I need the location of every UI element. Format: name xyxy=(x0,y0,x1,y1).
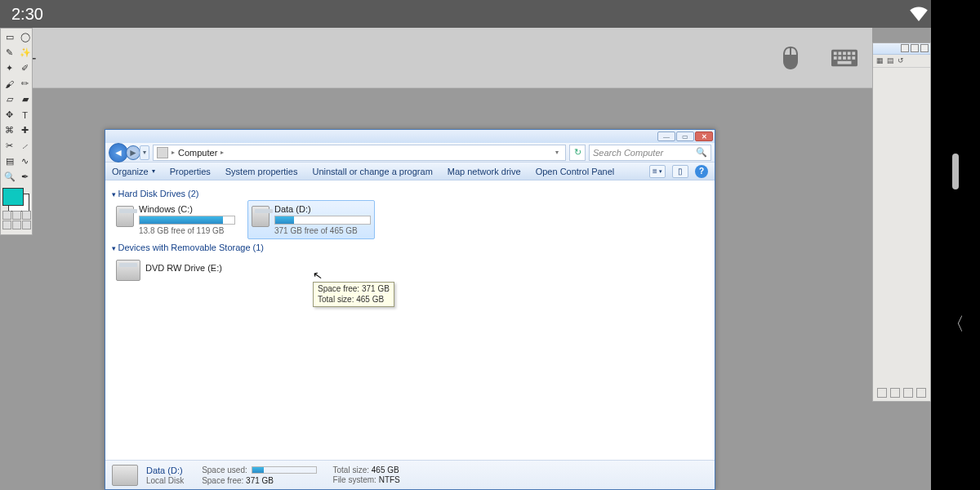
nav-back-icon[interactable]: 〈 xyxy=(947,312,964,336)
drive-label: Windows (C:) xyxy=(139,204,235,214)
dvd-drive-icon xyxy=(116,260,140,281)
organize-menu[interactable]: Organize xyxy=(112,167,149,176)
tool-text-icon[interactable]: T xyxy=(18,108,32,122)
dock-tab-icon[interactable]: ▤ xyxy=(887,56,894,65)
toolbox-footer xyxy=(2,211,32,229)
computer-icon xyxy=(157,147,168,158)
svg-rect-12 xyxy=(852,56,855,60)
status-space-free: 371 GB xyxy=(246,476,274,485)
status-space-free-label: Space free: xyxy=(202,476,243,485)
preview-pane-button[interactable]: ▯ xyxy=(672,165,688,178)
tool-wand-icon[interactable]: ✨ xyxy=(18,46,32,60)
command-bar: Organize▾ Properties System properties U… xyxy=(105,163,715,180)
tool-ellipse-select-icon[interactable]: ◯ xyxy=(18,30,32,44)
dock-tab-icon[interactable]: ↺ xyxy=(898,56,904,65)
status-usage-bar xyxy=(252,466,317,474)
tool-gradient-icon[interactable]: ▤ xyxy=(2,154,16,168)
breadcrumb-separator: ▸ xyxy=(172,149,175,156)
svg-rect-4 xyxy=(838,51,841,55)
tool-eyedrop-icon[interactable]: ✐ xyxy=(18,61,32,75)
svg-rect-6 xyxy=(848,51,851,55)
minimize-button[interactable]: — xyxy=(657,131,675,141)
nav-buttons: ◄ ► ▾ xyxy=(109,143,149,163)
dock-tab-icon[interactable]: ▦ xyxy=(876,56,884,65)
search-placeholder: Search Computer xyxy=(593,148,663,158)
group-hard-disk-drives[interactable]: Hard Disk Drives (2) xyxy=(112,185,708,200)
drive-label: DVD RW Drive (E:) xyxy=(145,263,235,273)
tool-heal-icon[interactable]: ✚ xyxy=(18,123,32,137)
tool-pencil-icon[interactable]: ✏ xyxy=(18,77,32,91)
android-status-bar: 2:30 xyxy=(0,0,980,28)
window-titlebar[interactable]: — ▭ ✕ xyxy=(105,130,715,143)
breadcrumb-dropdown[interactable]: ▾ xyxy=(552,149,562,156)
tool-crop-icon[interactable]: ✂ xyxy=(2,139,16,153)
svg-rect-10 xyxy=(843,56,846,60)
svg-rect-3 xyxy=(834,51,837,55)
svg-rect-8 xyxy=(834,56,837,60)
mouse-icon[interactable] xyxy=(777,47,804,69)
tool-ink-icon[interactable]: ✒ xyxy=(18,170,32,184)
tool-smudge-icon[interactable]: ∿ xyxy=(18,154,32,168)
drive-label: Data (D:) xyxy=(274,204,371,214)
hard-drive-icon xyxy=(116,206,134,227)
app-toolbar: ← xyxy=(0,28,872,88)
tool-bucket-icon[interactable]: ▰ xyxy=(18,92,32,106)
nav-handle[interactable] xyxy=(952,154,959,189)
search-input[interactable]: Search Computer 🔍 xyxy=(589,145,711,161)
drive-e[interactable]: DVD RW Drive (E:) xyxy=(112,254,239,285)
status-drive-type: Local Disk xyxy=(146,476,184,485)
gimp-toolbox: ▭ ◯ ✎ ✨ ✦ ✐ 🖌 ✏ ▱ ▰ ✥ T ⌘ ✚ ✂ ⟋ ▤ ∿ 🔍 ✒ xyxy=(0,28,33,235)
map-network-drive-button[interactable]: Map network drive xyxy=(448,167,521,176)
status-clock: 2:30 xyxy=(11,5,43,24)
properties-button[interactable]: Properties xyxy=(170,167,211,176)
status-total-size-label: Total size: xyxy=(333,466,369,474)
svg-rect-13 xyxy=(838,60,852,64)
open-control-panel-button[interactable]: Open Control Panel xyxy=(536,167,615,176)
wifi-icon xyxy=(910,7,928,21)
drive-space-text: 371 GB free of 465 GB xyxy=(274,226,371,235)
tool-lasso-icon[interactable]: ✎ xyxy=(2,46,16,60)
svg-rect-7 xyxy=(852,51,855,55)
breadcrumb-item[interactable]: Computer xyxy=(178,148,217,158)
tool-zoom-icon[interactable]: 🔍 xyxy=(2,170,16,184)
nav-forward-button[interactable]: ► xyxy=(126,145,140,160)
tool-measure-icon[interactable]: ⟋ xyxy=(18,139,32,153)
help-button[interactable]: ? xyxy=(695,165,708,178)
uninstall-button[interactable]: Uninstall or change a program xyxy=(312,167,432,176)
keyboard-icon[interactable] xyxy=(831,47,858,69)
usage-bar xyxy=(139,216,235,225)
tool-path-icon[interactable]: ✦ xyxy=(2,61,16,75)
content-pane: Hard Disk Drives (2) Windows (C:) 13.8 G… xyxy=(105,180,715,460)
status-bar: Data (D:) Space used: Local Disk Space f… xyxy=(105,460,715,489)
tool-brush-icon[interactable]: 🖌 xyxy=(2,77,16,91)
usage-bar xyxy=(274,216,371,225)
tool-clone-icon[interactable]: ⌘ xyxy=(2,123,16,137)
tool-move-icon[interactable]: ✥ xyxy=(2,108,16,122)
search-icon: 🔍 xyxy=(696,147,707,158)
group-removable-storage[interactable]: Devices with Removable Storage (1) xyxy=(112,239,708,254)
status-filesystem: NTFS xyxy=(379,475,400,484)
drive-space-text: 13.8 GB free of 119 GB xyxy=(139,226,235,235)
nav-history-dropdown[interactable]: ▾ xyxy=(140,145,149,160)
explorer-window: — ▭ ✕ ◄ ► ▾ ▸ Computer ▸ ▾ ↻ Search Comp… xyxy=(105,129,715,490)
address-bar: ◄ ► ▾ ▸ Computer ▸ ▾ ↻ Search Computer 🔍 xyxy=(105,143,715,163)
status-total-size: 465 GB xyxy=(372,466,399,474)
status-drive-name: Data (D:) xyxy=(146,466,184,475)
tool-rect-select-icon[interactable]: ▭ xyxy=(2,30,16,44)
svg-rect-11 xyxy=(848,56,851,60)
breadcrumb[interactable]: ▸ Computer ▸ ▾ xyxy=(153,145,566,161)
close-button[interactable]: ✕ xyxy=(695,131,713,141)
refresh-button[interactable]: ↻ xyxy=(569,145,586,161)
maximize-button[interactable]: ▭ xyxy=(676,131,694,141)
breadcrumb-separator[interactable]: ▸ xyxy=(220,149,224,156)
color-swatch[interactable] xyxy=(2,188,32,206)
hard-drive-icon xyxy=(112,465,138,486)
svg-rect-9 xyxy=(838,56,841,60)
tool-eraser-icon[interactable]: ▱ xyxy=(2,92,16,106)
drive-d[interactable]: Data (D:) 371 GB free of 465 GB xyxy=(247,200,375,239)
svg-rect-5 xyxy=(843,51,846,55)
view-mode-button[interactable]: ≡▾ xyxy=(649,165,666,178)
drive-c[interactable]: Windows (C:) 13.8 GB free of 119 GB xyxy=(112,200,239,239)
system-properties-button[interactable]: System properties xyxy=(225,167,298,176)
status-space-used-label: Space used: xyxy=(202,466,247,474)
